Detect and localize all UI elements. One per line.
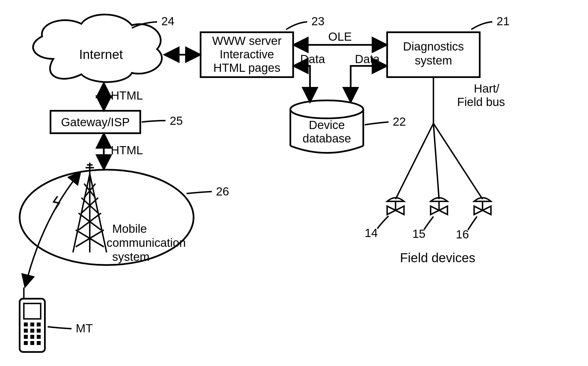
- radio-zigzag-icon: [54, 196, 59, 209]
- ref-leader-25: [142, 121, 166, 122]
- db-line2: database: [303, 132, 351, 145]
- ref-leader-16: [468, 217, 477, 230]
- diagnostics-line1: Diagnostics: [403, 40, 464, 53]
- ref-24: 24: [161, 15, 174, 28]
- mobile-line1: Mobile: [112, 222, 147, 235]
- ref-leader-14: [377, 216, 389, 229]
- device-database: Device database: [290, 100, 363, 153]
- ref-22: 22: [393, 115, 406, 128]
- mobile-terminal: [20, 287, 45, 352]
- mobile-line2: communication: [107, 236, 186, 249]
- www-server-box: WWW server Interactive HTML pages: [201, 32, 293, 77]
- gateway-label: Gateway/ISP: [61, 116, 130, 129]
- edge-gateway-mobile-label: HTML: [111, 144, 143, 157]
- edge-server-db-label: Data: [300, 52, 325, 66]
- edge-server-diag-label: OLE: [328, 30, 352, 43]
- bus-label-1: Hart/: [474, 82, 499, 95]
- ref-15: 15: [412, 227, 426, 240]
- www-server-line2: Interactive: [220, 48, 274, 61]
- diagnostics-box: Diagnostics system: [387, 32, 480, 77]
- tower-icon: [73, 163, 107, 252]
- ref-mt: MT: [76, 322, 93, 335]
- ref-26: 26: [216, 185, 229, 198]
- edge-internet-gateway-label: HTML: [111, 89, 143, 102]
- bus-label-2: Field bus: [457, 95, 505, 109]
- diagnostics-line2: system: [415, 54, 452, 67]
- edge-diag-db-label: Data: [355, 52, 380, 66]
- ref-leader-mt: [48, 327, 72, 329]
- svg-line-26: [433, 123, 483, 199]
- www-server-line3: HTML pages: [213, 61, 281, 74]
- field-devices-title: Field devices: [400, 250, 475, 265]
- ref-25: 25: [170, 114, 183, 127]
- field-device-3: [474, 198, 491, 215]
- field-device-1: [387, 198, 404, 215]
- gateway-box: Gateway/ISP: [50, 111, 140, 133]
- ref-14: 14: [365, 226, 378, 240]
- edge-diag-db: [351, 66, 386, 101]
- ref-leader-22: [365, 122, 389, 125]
- svg-point-19: [290, 100, 363, 118]
- ref-23: 23: [311, 15, 325, 28]
- svg-line-25: [433, 123, 439, 199]
- ref-leader-21: [471, 22, 492, 29]
- ref-leader-26: [187, 192, 212, 194]
- mobile-comm-system: Mobile communication system: [20, 163, 194, 265]
- edge-server-db: [295, 66, 310, 101]
- db-line1: Device: [309, 118, 345, 132]
- edge-radio-link: [25, 172, 80, 286]
- ref-leader-15: [424, 217, 433, 229]
- www-server-line1: WWW server: [212, 34, 281, 47]
- svg-line-24: [396, 123, 433, 199]
- ref-leader-23: [286, 22, 307, 29]
- field-device-2: [431, 198, 447, 215]
- ref-21: 21: [497, 15, 510, 28]
- ref-16: 16: [456, 228, 469, 241]
- architecture-diagram: Internet 24 WWW server Interactive HTML …: [0, 0, 588, 366]
- mobile-line3: system: [112, 250, 150, 263]
- internet-label: Internet: [79, 47, 123, 62]
